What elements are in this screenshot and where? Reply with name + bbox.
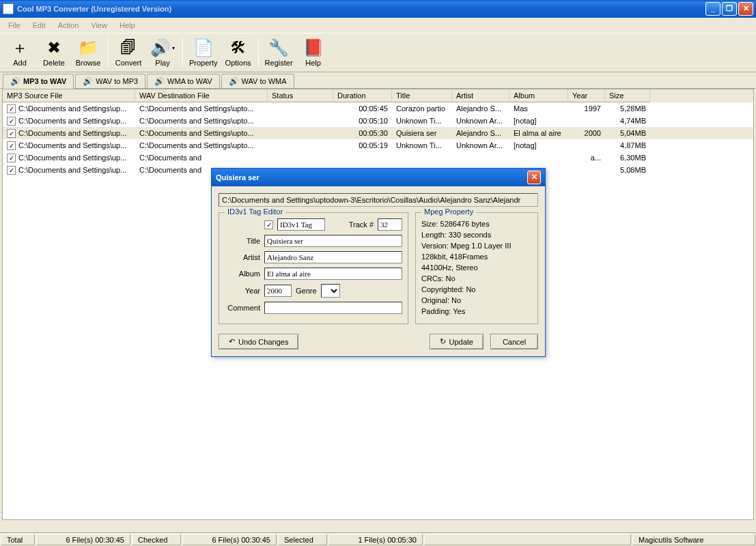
column-header[interactable]: Title xyxy=(392,89,452,102)
toolbar-add-button[interactable]: ＋Add xyxy=(3,34,37,71)
toolbar-delete-button[interactable]: ✖Delete xyxy=(37,34,71,71)
play-icon: 🔊▾ xyxy=(153,38,172,57)
column-header[interactable]: WAV Destination File xyxy=(135,89,268,102)
delete-icon: ✖ xyxy=(44,38,64,57)
menubar: FileEditActionViewHelp xyxy=(0,18,756,33)
status-checked-label: Checked xyxy=(132,534,181,545)
comment-label: Comment xyxy=(225,304,260,312)
speaker-icon: 🔊 xyxy=(154,76,164,86)
album-field[interactable] xyxy=(264,268,402,280)
table-row[interactable]: ✓C:\Documents and Settings\up...C:\Docum… xyxy=(3,139,753,152)
mpeg-legend: Mpeg Property xyxy=(421,207,476,216)
toolbar-property-button[interactable]: 📄Property xyxy=(186,34,221,71)
add-icon: ＋ xyxy=(10,38,29,57)
toolbar-play-button[interactable]: 🔊▾Play xyxy=(145,34,180,71)
column-header[interactable]: Artist xyxy=(452,89,509,102)
maximize-button[interactable]: ❐ xyxy=(722,2,737,16)
register-icon: 🔧 xyxy=(269,38,288,57)
track-field[interactable] xyxy=(378,218,402,231)
toolbar-browse-button[interactable]: 📁Browse xyxy=(71,34,105,71)
mpeg-property-line: 128kbit, 418Frames xyxy=(421,251,532,262)
toolbar-register-button[interactable]: 🔧Register xyxy=(262,34,296,71)
column-header[interactable]: Album xyxy=(509,89,568,102)
row-checkbox[interactable]: ✓ xyxy=(7,154,16,162)
list-header: MP3 Source FileWAV Destination FileStatu… xyxy=(3,89,753,102)
menu-action[interactable]: Action xyxy=(53,20,85,31)
row-checkbox[interactable]: ✓ xyxy=(7,141,16,150)
column-header[interactable]: Size xyxy=(605,89,650,102)
undo-button[interactable]: ↶Undo Changes xyxy=(219,334,298,349)
album-label: Album xyxy=(225,270,260,278)
tab-wma-to-wav[interactable]: 🔊WMA to WAV xyxy=(147,74,219,88)
column-header[interactable]: Status xyxy=(268,89,333,102)
toolbar: ＋Add✖Delete📁Browse🗐Convert🔊▾Play📄Propert… xyxy=(0,33,756,72)
mpeg-property-line: Size: 5286476 bytes xyxy=(421,218,532,229)
mpeg-property-line: Length: 330 seconds xyxy=(421,229,532,240)
speaker-icon: 🔊 xyxy=(83,76,92,86)
window-title: Cool MP3 Converter (Unregistered Version… xyxy=(17,5,705,13)
row-checkbox[interactable]: ✓ xyxy=(7,117,16,126)
mpeg-property-line: Original: No xyxy=(421,295,532,306)
menu-file[interactable]: File xyxy=(3,20,26,31)
menu-view[interactable]: View xyxy=(85,20,113,31)
mpeg-property-line: 44100Hz, Stereo xyxy=(421,262,532,273)
dialog-title: Quisiera ser xyxy=(216,173,527,182)
update-button[interactable]: ↻Update xyxy=(430,334,484,349)
column-header[interactable]: Year xyxy=(568,89,605,102)
table-row[interactable]: ✓C:\Documents and Settings\up...C:\Docum… xyxy=(3,102,753,115)
track-label: Track # xyxy=(349,220,374,229)
mpeg-property-line: Version: Mpeg 1.0 Layer III xyxy=(421,240,532,251)
close-button[interactable]: ✕ xyxy=(738,2,753,16)
dialog-titlebar[interactable]: Quisiera ser ✕ xyxy=(212,169,545,186)
help-icon: 📕 xyxy=(304,38,323,57)
minimize-button[interactable]: _ xyxy=(705,2,720,16)
id3-fieldset: ID3v1 Tag Editor ✓ Track # Title Artist xyxy=(219,212,408,324)
genre-select[interactable] xyxy=(321,284,340,298)
tabs: 🔊MP3 to WAV🔊WAV to MP3🔊WMA to WAV🔊WAV to… xyxy=(0,72,756,89)
title-field[interactable] xyxy=(264,235,402,247)
toolbar-help-button[interactable]: 📕Help xyxy=(296,34,331,71)
convert-icon: 🗐 xyxy=(119,38,138,57)
artist-field[interactable] xyxy=(264,251,402,263)
status-vendor: Magicutils Software xyxy=(632,534,755,545)
id3-legend: ID3v1 Tag Editor xyxy=(225,207,285,216)
title-label: Title xyxy=(225,237,260,245)
options-icon: 🛠 xyxy=(229,38,248,57)
tab-mp3-to-wav[interactable]: 🔊MP3 to WAV xyxy=(3,74,74,89)
statusbar: Total 6 File(s) 00:30:45 Checked 6 File(… xyxy=(0,532,756,546)
undo-icon: ↶ xyxy=(229,337,235,346)
browse-icon: 📁 xyxy=(79,38,98,57)
row-checkbox[interactable]: ✓ xyxy=(7,166,16,175)
toolbar-options-button[interactable]: 🛠Options xyxy=(221,34,255,71)
mpeg-property-line: Copyrighted: No xyxy=(421,284,532,295)
row-checkbox[interactable]: ✓ xyxy=(7,129,16,138)
mpeg-property-line: CRCs: No xyxy=(421,273,532,284)
status-selected-label: Selected xyxy=(278,534,327,545)
menu-help[interactable]: Help xyxy=(114,20,141,31)
column-header[interactable]: Duration xyxy=(333,89,392,102)
year-field[interactable] xyxy=(264,285,292,297)
speaker-icon: 🔊 xyxy=(229,76,238,86)
window-titlebar: Cool MP3 Converter (Unregistered Version… xyxy=(0,0,756,18)
table-row[interactable]: ✓C:\Documents and Settings\up...C:\Docum… xyxy=(3,152,753,164)
id3v1-tag-field[interactable] xyxy=(277,218,325,231)
tab-wav-to-wma[interactable]: 🔊WAV to WMA xyxy=(221,74,294,88)
cancel-button[interactable]: Cancel xyxy=(490,334,538,349)
app-icon xyxy=(3,3,14,14)
toolbar-convert-button[interactable]: 🗐Convert xyxy=(111,34,145,71)
dialog-close-button[interactable]: ✕ xyxy=(527,171,541,184)
id3-dialog: Quisiera ser ✕ C:\Documents and Settings… xyxy=(211,168,546,357)
table-row[interactable]: ✓C:\Documents and Settings\up...C:\Docum… xyxy=(3,127,753,139)
menu-edit[interactable]: Edit xyxy=(27,20,51,31)
mpeg-property-line: Padding: Yes xyxy=(421,306,532,317)
table-row[interactable]: ✓C:\Documents and Settings\up...C:\Docum… xyxy=(3,115,753,127)
status-checked: 6 File(s) 00:30:45 xyxy=(182,534,277,545)
id3v1-checkbox[interactable]: ✓ xyxy=(264,220,273,229)
speaker-icon: 🔊 xyxy=(10,76,20,86)
refresh-icon: ↻ xyxy=(440,337,446,346)
column-header[interactable]: MP3 Source File xyxy=(3,89,135,102)
year-label: Year xyxy=(225,287,260,295)
comment-field[interactable] xyxy=(264,302,402,314)
row-checkbox[interactable]: ✓ xyxy=(7,104,16,113)
tab-wav-to-mp3[interactable]: 🔊WAV to MP3 xyxy=(75,74,145,88)
